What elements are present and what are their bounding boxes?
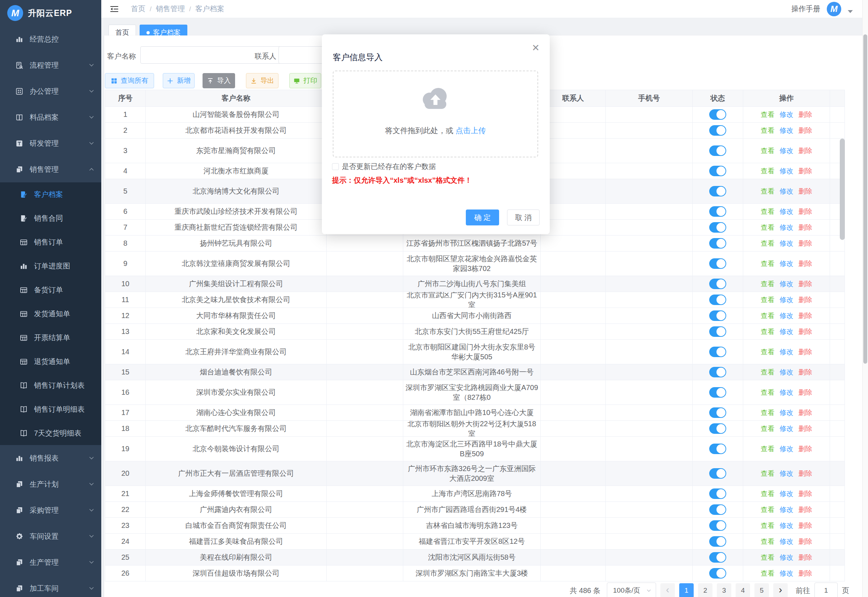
edit-link[interactable]: 修改 — [780, 311, 794, 321]
goto-page-input[interactable] — [815, 582, 838, 597]
cancel-button[interactable]: 取 消 — [507, 209, 540, 226]
sidebar-fold-icon[interactable] — [109, 4, 119, 14]
manual-link[interactable]: 操作手册 — [791, 4, 820, 14]
status-toggle[interactable] — [709, 109, 726, 120]
edit-link[interactable]: 修改 — [780, 367, 794, 377]
status-toggle[interactable] — [709, 468, 726, 479]
edit-link[interactable]: 修改 — [780, 186, 794, 196]
view-link[interactable]: 查看 — [761, 552, 775, 562]
next-page-button[interactable]: › — [773, 583, 788, 597]
status-toggle[interactable] — [709, 552, 726, 563]
edit-link[interactable]: 修改 — [780, 408, 794, 417]
export-button[interactable]: 导出 — [246, 73, 278, 88]
page-scrollbar-thumb[interactable] — [863, 34, 867, 364]
edit-link[interactable]: 修改 — [780, 110, 794, 119]
sidebar-subitem[interactable]: 备货订单 — [0, 278, 101, 302]
view-link[interactable]: 查看 — [761, 279, 775, 289]
status-toggle[interactable] — [709, 520, 726, 531]
sidebar-item[interactable]: 研发管理 — [0, 130, 101, 156]
edit-link[interactable]: 修改 — [780, 536, 794, 547]
edit-link[interactable]: 修改 — [780, 327, 794, 337]
sidebar-item[interactable]: 采购管理 — [0, 497, 101, 523]
sidebar-item[interactable]: 经营总控 — [0, 26, 101, 52]
sidebar-subitem[interactable]: 发货通知单 — [0, 302, 101, 326]
view-link[interactable]: 查看 — [761, 536, 775, 547]
sidebar-subitem[interactable]: 退货通知单 — [0, 349, 101, 373]
sidebar-subitem[interactable]: 开票结算单 — [0, 326, 101, 349]
delete-link[interactable]: 删除 — [798, 424, 812, 434]
delete-link[interactable]: 删除 — [798, 327, 812, 337]
delete-link[interactable]: 删除 — [798, 367, 812, 377]
edit-link[interactable]: 修改 — [780, 238, 794, 248]
view-link[interactable]: 查看 — [761, 126, 775, 135]
edit-link[interactable]: 修改 — [780, 469, 794, 478]
delete-link[interactable]: 删除 — [798, 489, 812, 499]
delete-link[interactable]: 删除 — [798, 279, 812, 289]
view-link[interactable]: 查看 — [761, 408, 775, 417]
edit-link[interactable]: 修改 — [780, 552, 794, 562]
delete-link[interactable]: 删除 — [798, 311, 812, 321]
status-toggle[interactable] — [709, 206, 726, 217]
view-link[interactable]: 查看 — [761, 521, 775, 530]
status-toggle[interactable] — [709, 186, 726, 196]
import-button[interactable]: 导入 — [203, 73, 235, 88]
view-link[interactable]: 查看 — [761, 223, 775, 232]
view-link[interactable]: 查看 — [761, 206, 775, 216]
delete-link[interactable]: 删除 — [798, 569, 812, 578]
delete-link[interactable]: 删除 — [798, 505, 812, 514]
user-caret-icon[interactable] — [848, 10, 853, 13]
edit-link[interactable]: 修改 — [780, 279, 794, 289]
status-toggle[interactable] — [709, 367, 726, 377]
sidebar-item[interactable]: 车间设置 — [0, 523, 101, 549]
delete-link[interactable]: 删除 — [798, 552, 812, 562]
status-toggle[interactable] — [709, 294, 726, 305]
sidebar-item[interactable]: 流程管理 — [0, 52, 101, 78]
view-link[interactable]: 查看 — [761, 327, 775, 337]
edit-link[interactable]: 修改 — [780, 166, 794, 176]
delete-link[interactable]: 删除 — [798, 347, 812, 357]
view-link[interactable]: 查看 — [761, 110, 775, 119]
edit-link[interactable]: 修改 — [780, 424, 794, 434]
sidebar-subitem[interactable]: 销售订单明细表 — [0, 397, 101, 421]
sidebar-subitem[interactable]: 销售订单 — [0, 230, 101, 254]
table-scrollbar-thumb[interactable] — [840, 138, 845, 240]
view-link[interactable]: 查看 — [761, 146, 775, 156]
view-link[interactable]: 查看 — [761, 569, 775, 578]
delete-link[interactable]: 删除 — [798, 408, 812, 417]
status-toggle[interactable] — [709, 536, 726, 547]
sidebar-item[interactable]: 销售报表 — [0, 445, 101, 471]
view-link[interactable]: 查看 — [761, 444, 775, 454]
delete-link[interactable]: 删除 — [798, 206, 812, 216]
status-toggle[interactable] — [709, 504, 726, 515]
delete-link[interactable]: 删除 — [798, 536, 812, 547]
delete-link[interactable]: 删除 — [798, 110, 812, 119]
edit-link[interactable]: 修改 — [780, 521, 794, 530]
status-toggle[interactable] — [709, 125, 726, 136]
delete-link[interactable]: 删除 — [798, 259, 812, 269]
edit-link[interactable]: 修改 — [780, 295, 794, 304]
add-button[interactable]: 新增 — [163, 73, 195, 88]
page-button[interactable]: 4 — [736, 583, 750, 597]
confirm-button[interactable]: 确 定 — [466, 209, 499, 226]
sidebar-subitem[interactable]: 客户档案 — [0, 183, 101, 206]
edit-link[interactable]: 修改 — [780, 347, 794, 357]
update-existing-checkbox[interactable] — [332, 163, 339, 170]
sidebar-subitem[interactable]: 销售订单计划表 — [0, 373, 101, 397]
view-link[interactable]: 查看 — [761, 238, 775, 248]
page-button[interactable]: 2 — [698, 583, 712, 597]
sidebar-item[interactable]: 料品档案 — [0, 104, 101, 130]
breadcrumb-item[interactable]: 首页 — [131, 4, 145, 14]
edit-link[interactable]: 修改 — [780, 444, 794, 454]
print-button[interactable]: 打印 — [289, 73, 321, 88]
upload-dropzone[interactable]: 将文件拖到此处，或 点击上传 — [333, 71, 538, 157]
status-toggle[interactable] — [709, 407, 726, 418]
delete-link[interactable]: 删除 — [798, 186, 812, 196]
sidebar-item[interactable]: 生产计划 — [0, 471, 101, 497]
edit-link[interactable]: 修改 — [780, 388, 794, 397]
view-link[interactable]: 查看 — [761, 186, 775, 196]
view-link[interactable]: 查看 — [761, 505, 775, 514]
view-link[interactable]: 查看 — [761, 469, 775, 478]
status-toggle[interactable] — [709, 166, 726, 176]
delete-link[interactable]: 删除 — [798, 223, 812, 232]
edit-link[interactable]: 修改 — [780, 259, 794, 269]
